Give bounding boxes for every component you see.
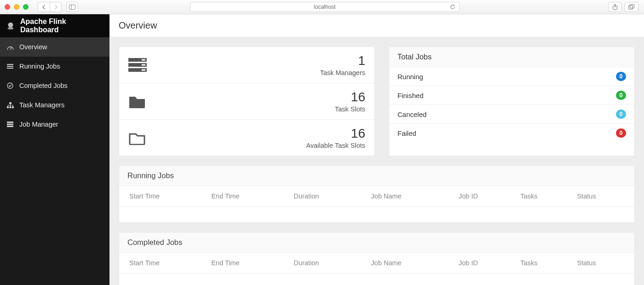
column-header: Status: [573, 253, 634, 273]
sidebar-item-label: Job Manager: [19, 121, 58, 128]
reload-icon[interactable]: [450, 4, 455, 10]
address-bar[interactable]: localhost: [190, 2, 460, 12]
back-button[interactable]: [38, 2, 50, 12]
sidebar-item-task-managers[interactable]: Task Managers: [0, 95, 109, 115]
svg-rect-16: [7, 122, 13, 123]
sidebar-item-label: Task Managers: [19, 101, 64, 109]
close-window-button[interactable]: [5, 4, 10, 10]
nav-back-forward: [38, 2, 62, 12]
job-count-badge: 0: [616, 91, 626, 100]
stat-value: 16: [335, 90, 365, 105]
stat-task-managers: 1 Task Managers: [119, 47, 374, 83]
sidebar-item-label: Running Jobs: [19, 63, 60, 70]
window-controls: [5, 4, 29, 10]
minimize-window-button[interactable]: [14, 4, 19, 10]
stat-available-slots: 16 Available Task Slots: [119, 120, 374, 156]
column-header: Job Name: [367, 253, 454, 273]
list-icon: [6, 64, 14, 69]
empty-row: [119, 273, 634, 285]
svg-rect-22: [142, 59, 145, 61]
svg-rect-3: [629, 6, 633, 9]
job-status-label: Finished: [397, 92, 424, 99]
job-count-badge: 0: [616, 110, 626, 119]
url-text: localhost: [314, 4, 335, 10]
job-status-row: Finished0: [389, 86, 634, 105]
main-content: Overview 1 Task Managers: [109, 14, 644, 285]
job-count-badge: 0: [616, 128, 626, 138]
sidebar-item-completed-jobs[interactable]: Completed Jobs: [0, 76, 109, 95]
column-header: Tasks: [516, 253, 572, 273]
brand: Apache Flink Dashboard: [0, 14, 109, 37]
column-header: End Time: [207, 253, 289, 273]
stat-task-slots: 16 Task Slots: [119, 83, 374, 120]
panel-title: Total Jobs: [389, 47, 634, 67]
stat-label: Task Managers: [320, 69, 365, 76]
svg-rect-24: [142, 70, 145, 71]
svg-rect-4: [630, 5, 634, 8]
tabs-button[interactable]: [625, 2, 638, 12]
page-title: Overview: [109, 14, 644, 37]
column-header: Start Time: [119, 253, 207, 273]
server-icon: [6, 122, 14, 127]
column-header: Duration: [289, 253, 367, 273]
share-button[interactable]: [608, 2, 622, 12]
job-status-row: Running0: [389, 67, 634, 86]
job-status-label: Canceled: [397, 111, 426, 118]
column-header: End Time: [207, 186, 289, 207]
server-icon: [128, 57, 147, 73]
svg-line-7: [10, 47, 12, 50]
sidebar-item-running-jobs[interactable]: Running Jobs: [0, 57, 109, 76]
running-jobs-table: Running JobsStart TimeEnd TimeDurationJo…: [119, 165, 635, 223]
svg-point-5: [8, 23, 13, 28]
browser-toolbar: localhost: [0, 0, 644, 14]
dashboard-icon: [6, 44, 14, 50]
forward-button[interactable]: [50, 2, 62, 12]
svg-rect-15: [12, 106, 14, 108]
stat-label: Task Slots: [335, 105, 365, 113]
brand-label: Apache Flink Dashboard: [20, 17, 104, 34]
panel-title: Completed Jobs: [119, 233, 634, 253]
cluster-stats-panel: 1 Task Managers 16 Task Slots: [119, 47, 375, 156]
sidebar: Apache Flink Dashboard Overview Running …: [0, 14, 109, 285]
svg-rect-0: [69, 5, 75, 9]
svg-rect-14: [9, 106, 11, 108]
folder-icon: [128, 94, 146, 109]
job-count-badge: 0: [616, 72, 626, 81]
column-header: Duration: [289, 186, 367, 207]
sidebar-item-label: Overview: [19, 43, 47, 51]
job-status-label: Running: [397, 73, 423, 81]
job-status-row: Canceled0: [389, 105, 634, 124]
column-header: Tasks: [516, 186, 572, 207]
column-header: Job ID: [454, 253, 516, 273]
total-jobs-panel: Total Jobs Running0Finished0Canceled0Fai…: [389, 47, 635, 156]
svg-rect-13: [7, 106, 9, 108]
svg-rect-23: [142, 64, 145, 66]
stat-label: Available Task Slots: [306, 142, 365, 149]
svg-rect-17: [7, 124, 13, 125]
stat-value: 1: [320, 53, 365, 68]
empty-row: [119, 207, 634, 222]
flink-logo-icon: [6, 21, 16, 31]
svg-rect-12: [9, 102, 12, 104]
stat-value: 16: [306, 126, 365, 141]
check-circle-icon: [6, 82, 14, 89]
fullscreen-window-button[interactable]: [23, 4, 29, 10]
svg-rect-18: [7, 126, 13, 127]
column-header: Status: [573, 186, 634, 207]
job-status-row: Failed0: [389, 124, 634, 142]
sitemap-icon: [6, 102, 14, 108]
sidebar-item-label: Completed Jobs: [19, 82, 68, 89]
column-header: Start Time: [119, 186, 207, 207]
sidebar-item-job-manager[interactable]: Job Manager: [0, 115, 109, 134]
folder-open-icon: [128, 130, 146, 145]
completed-jobs-table: Completed JobsStart TimeEnd TimeDuration…: [119, 232, 635, 285]
job-status-label: Failed: [397, 129, 416, 137]
sidebar-item-overview[interactable]: Overview: [0, 37, 109, 57]
svg-point-6: [8, 27, 14, 30]
sidebar-toggle-button[interactable]: [66, 2, 78, 12]
column-header: Job ID: [454, 186, 516, 207]
column-header: Job Name: [367, 186, 454, 207]
panel-title: Running Jobs: [119, 166, 634, 186]
